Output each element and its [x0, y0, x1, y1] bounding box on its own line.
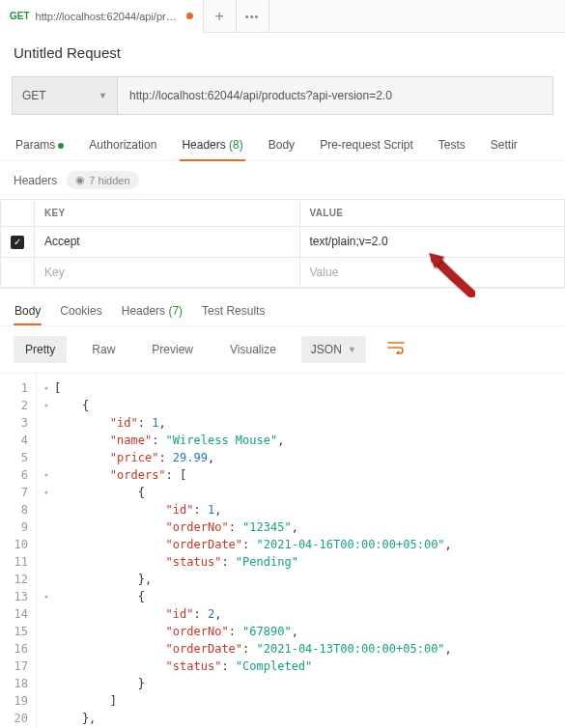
table-row[interactable]: ✓ Accept text/plain;v=2.0: [1, 227, 565, 258]
header-value-cell[interactable]: text/plain;v=2.0: [299, 227, 565, 258]
row-checkbox[interactable]: ✓: [11, 236, 24, 249]
tab-tests[interactable]: Tests: [437, 128, 467, 160]
fold-toggle-icon[interactable]: ▾: [41, 379, 52, 397]
headers-table: KEY VALUE ✓ Accept text/plain;v=2.0: [0, 199, 565, 288]
tab-prerequest[interactable]: Pre-request Script: [318, 128, 415, 160]
request-title[interactable]: Untitled Request: [0, 33, 565, 70]
url-input[interactable]: [118, 76, 553, 115]
tab-params[interactable]: Params: [14, 128, 66, 160]
header-key-input[interactable]: [44, 266, 290, 279]
table-row-new[interactable]: [1, 257, 565, 287]
resp-tab-body[interactable]: Body: [14, 298, 42, 325]
tab-label: http://localhost:62044/api/prod...: [36, 11, 181, 22]
headers-subheader: Headers ◉ 7 hidden: [0, 161, 565, 199]
resp-tab-testresults[interactable]: Test Results: [201, 298, 266, 325]
chevron-down-icon: ▼: [348, 345, 356, 354]
resp-tab-cookies[interactable]: Cookies: [59, 298, 102, 325]
code-content[interactable]: ▾[▾ { "id": 1, "name": "Wireless Mouse",…: [37, 374, 565, 729]
tab-method: GET: [10, 11, 30, 21]
method-select[interactable]: GET ▼: [12, 76, 118, 115]
wrap-lines-icon[interactable]: [380, 337, 412, 362]
header-key-cell[interactable]: Accept: [35, 227, 300, 258]
tab-settings[interactable]: Settir: [489, 128, 520, 160]
view-pretty[interactable]: Pretty: [14, 336, 67, 363]
method-label: GET: [22, 89, 46, 102]
url-row: GET ▼: [0, 70, 565, 128]
col-key: KEY: [35, 200, 300, 227]
chevron-down-icon: ▼: [99, 91, 107, 100]
request-tabs: Params Authorization Headers (8) Body Pr…: [0, 128, 565, 161]
line-gutter: 1234567891011121314151617181920: [0, 374, 37, 729]
unsaved-dot-icon: [186, 13, 193, 19]
headers-label: Headers: [14, 174, 57, 187]
request-tab[interactable]: GET http://localhost:62044/api/prod...: [0, 0, 204, 33]
new-tab-button[interactable]: +: [204, 0, 237, 33]
tab-bar: GET http://localhost:62044/api/prod... +…: [0, 0, 565, 33]
tab-authorization[interactable]: Authorization: [87, 128, 158, 160]
fold-toggle-icon[interactable]: ▾: [41, 484, 52, 501]
response-body-viewer[interactable]: 1234567891011121314151617181920 ▾[▾ { "i…: [0, 373, 565, 729]
params-active-dot-icon: [58, 143, 64, 149]
tab-options-button[interactable]: •••: [237, 0, 269, 33]
tab-body[interactable]: Body: [267, 128, 297, 160]
col-value: VALUE: [299, 200, 565, 227]
hidden-headers-toggle[interactable]: ◉ 7 hidden: [67, 171, 138, 189]
format-select[interactable]: JSON ▼: [301, 336, 366, 363]
view-visualize[interactable]: Visualize: [218, 336, 288, 363]
fold-toggle-icon[interactable]: ▾: [41, 466, 52, 484]
response-tabs: Body Cookies Headers (7) Test Results: [0, 288, 565, 325]
col-check: [1, 200, 35, 227]
view-preview[interactable]: Preview: [140, 336, 205, 363]
resp-tab-headers[interactable]: Headers (7): [121, 298, 184, 325]
view-raw[interactable]: Raw: [80, 336, 127, 363]
view-row: Pretty Raw Preview Visualize JSON ▼: [0, 325, 565, 373]
fold-toggle-icon[interactable]: ▾: [41, 588, 52, 605]
fold-toggle-icon[interactable]: ▾: [41, 397, 52, 414]
tab-headers[interactable]: Headers (8): [180, 128, 244, 160]
eye-icon: ◉: [75, 174, 85, 186]
header-value-input[interactable]: [310, 266, 555, 279]
